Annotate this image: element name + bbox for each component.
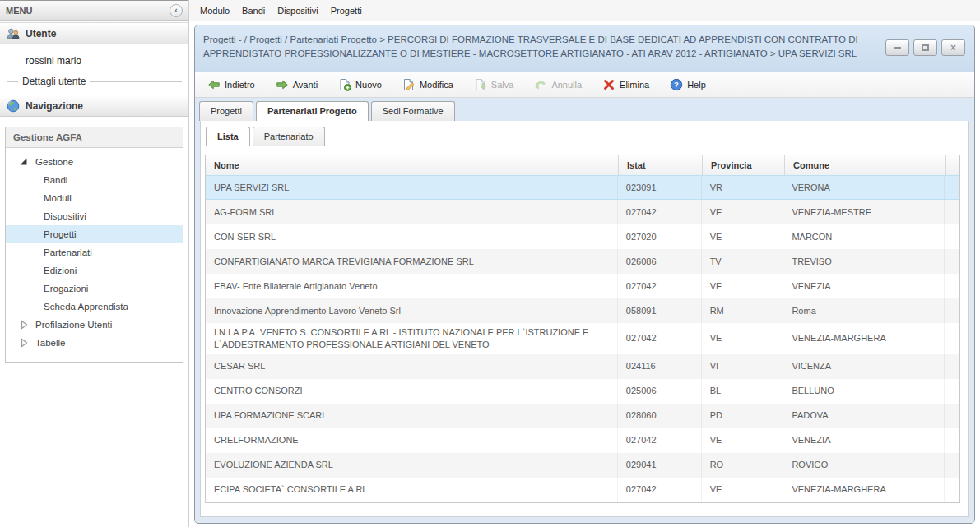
table-row[interactable]: Innovazione Apprendimento Lavoro Veneto … xyxy=(206,298,959,323)
svg-text:?: ? xyxy=(674,80,679,89)
table-row[interactable]: CESAR SRL024116VIVICENZA xyxy=(206,354,959,379)
tab-partenariati-progetto[interactable]: Partenariati Progetto xyxy=(256,101,369,121)
elimina-button[interactable]: Elimina xyxy=(597,76,657,94)
cell-nome: AG-FORM SRL xyxy=(206,200,617,224)
sidebar-menu-header: MENU ‹ xyxy=(0,0,188,21)
cell-nome: I.N.I.A.P.A. VENETO S. CONSORTILE A RL -… xyxy=(206,323,617,354)
column-header-comune[interactable]: Comune xyxy=(784,155,945,175)
cell-provincia: VE xyxy=(701,200,783,224)
column-header-provincia[interactable]: Provincia xyxy=(702,155,784,175)
table-row[interactable]: UPA SERVIZI SRL023091VRVERONA xyxy=(206,175,959,200)
window-controls: × xyxy=(885,39,965,56)
tree-item-label: Erogazioni xyxy=(44,284,88,294)
cell-comune: BELLUNO xyxy=(783,379,944,404)
close-button[interactable]: × xyxy=(941,39,965,56)
user-section-header[interactable]: Utente xyxy=(0,22,188,44)
menubar-item-modulo[interactable]: Modulo xyxy=(200,6,230,16)
modifica-button[interactable]: Modifica xyxy=(397,76,461,94)
cell-spare xyxy=(944,298,959,323)
cell-comune: Roma xyxy=(783,298,944,323)
tree-item-erogazioni[interactable]: Erogazioni xyxy=(6,280,183,298)
tree-collapsed-icon[interactable] xyxy=(17,318,30,331)
tree-item-partenariati[interactable]: Partenariati xyxy=(6,243,183,261)
cell-comune: MARCON xyxy=(783,224,944,249)
menubar-item-dispositivi[interactable]: Dispositivi xyxy=(277,6,318,16)
tree-item-bandi[interactable]: Bandi xyxy=(6,171,183,189)
cell-istat: 023091 xyxy=(617,176,701,199)
cell-provincia: TV xyxy=(701,249,783,274)
tree-item-edizioni[interactable]: Edizioni xyxy=(6,261,183,280)
navigation-panel-title: Gestione AGFA xyxy=(6,127,183,148)
tab-progetti[interactable]: Progetti xyxy=(199,101,253,121)
cell-istat: 027020 xyxy=(617,224,701,249)
cell-istat: 027042 xyxy=(617,200,701,224)
tree-collapsed-icon[interactable] xyxy=(17,336,30,349)
column-header-istat[interactable]: Istat xyxy=(618,155,702,175)
tree-item-progetti[interactable]: Progetti xyxy=(6,225,183,243)
cell-comune: PADOVA xyxy=(783,404,944,428)
table-row[interactable]: EBAV- Ente Bilaterale Artigianato Veneto… xyxy=(206,274,959,298)
cell-spare xyxy=(944,428,959,453)
nuovo-button[interactable]: Nuovo xyxy=(332,76,389,94)
cell-spare xyxy=(944,453,959,478)
tree-item-label: Moduli xyxy=(44,193,72,203)
menubar-item-bandi[interactable]: Bandi xyxy=(242,6,265,16)
table-row[interactable]: UPA FORMAZIONE SCARL028060PDPADOVA xyxy=(206,404,959,428)
tab-sedi-formative[interactable]: Sedi Formative xyxy=(371,101,455,121)
back-arrow-icon xyxy=(207,78,221,91)
subtab-lista[interactable]: Lista xyxy=(206,127,250,146)
tree-item-label: Edizioni xyxy=(44,266,77,275)
app-menubar: ModuloBandiDispositiviProgetti xyxy=(189,0,980,21)
table-row[interactable]: I.N.I.A.P.A. VENETO S. CONSORTILE A RL -… xyxy=(206,323,959,354)
user-details-divider: Dettagli utente xyxy=(7,81,182,90)
navigation-section-header[interactable]: Navigazione xyxy=(0,95,188,117)
table-row[interactable]: AG-FORM SRL027042VEVENEZIA-MESTRE xyxy=(206,200,959,224)
table-row[interactable]: CON-SER SRL027020VEMARCON xyxy=(206,224,959,249)
table-row[interactable]: CONFARTIGIANATO MARCA TREVIGIANA FORMAZI… xyxy=(206,249,959,274)
menubar-item-progetti[interactable]: Progetti xyxy=(331,6,362,16)
toolbar-button-label: Modifica xyxy=(420,80,453,90)
cell-spare xyxy=(944,379,959,404)
indietro-button[interactable]: Indietro xyxy=(202,76,262,94)
subtab-partenariato[interactable]: Partenariato xyxy=(253,127,325,146)
help-button[interactable]: ?Help xyxy=(664,76,713,94)
cell-nome: CONFARTIGIANATO MARCA TREVIGIANA FORMAZI… xyxy=(206,249,617,274)
sidebar-collapse-icon[interactable]: ‹ xyxy=(170,4,183,17)
grid-header-row: NomeIstatProvinciaComune xyxy=(206,155,959,176)
cell-comune: VICENZA xyxy=(783,354,944,379)
window-body: ListaPartenariato NomeIstatProvinciaComu… xyxy=(195,121,974,523)
tree-item-label: Partenariati xyxy=(44,247,92,257)
tree-item-label: Dispositivi xyxy=(44,211,86,221)
tree-item-tabelle[interactable]: Tabelle xyxy=(6,334,183,352)
minimize-button[interactable] xyxy=(885,39,909,56)
cell-provincia: VR xyxy=(701,176,783,199)
cell-comune: ROVIGO xyxy=(783,453,944,478)
cell-comune: TREVISO xyxy=(783,249,944,274)
table-row[interactable]: CRELFORMAZIONE027042VEVENEZIA xyxy=(206,428,959,453)
column-header-nome[interactable]: Nome xyxy=(206,155,618,175)
user-details-label: Dettagli utente xyxy=(18,76,90,87)
table-row[interactable]: ECIPA SOCIETA` CONSORTILE A RL027042VEVE… xyxy=(206,478,959,502)
avanti-button[interactable]: Avanti xyxy=(270,76,325,94)
tree-item-moduli[interactable]: Moduli xyxy=(6,189,183,207)
tree-item-dispositivi[interactable]: Dispositivi xyxy=(6,207,183,225)
tree-item-label: Tabelle xyxy=(35,338,65,348)
cell-provincia: VI xyxy=(701,354,783,379)
tree-item-scheda-apprendista[interactable]: Scheda Apprendista xyxy=(6,298,183,316)
table-row[interactable]: EVOLUZIONE AZIENDA SRL029041ROROVIGO xyxy=(206,453,959,478)
table-row[interactable]: CENTRO CONSORZI025006BLBELLUNO xyxy=(206,379,959,404)
cell-istat: 024116 xyxy=(617,354,701,379)
cell-nome: ECIPA SOCIETA` CONSORTILE A RL xyxy=(206,478,617,502)
progetti-window: Progetti - / Progetti / Partenariati Pro… xyxy=(194,25,975,524)
tree-item-gestione[interactable]: Gestione xyxy=(6,153,183,171)
tree-item-profilazione-utenti[interactable]: Profilazione Utenti xyxy=(6,316,183,334)
cell-nome: Innovazione Apprendimento Lavoro Veneto … xyxy=(206,298,617,323)
edit-pencil-icon xyxy=(402,78,416,91)
tree-item-label: Profilazione Utenti xyxy=(35,320,112,330)
cell-istat: 058091 xyxy=(617,298,701,323)
cell-comune: VENEZIA xyxy=(783,428,944,453)
content-panel: ListaPartenariato NomeIstatProvinciaComu… xyxy=(200,121,969,517)
tree-expanded-icon[interactable] xyxy=(17,155,30,169)
cell-spare xyxy=(944,478,959,502)
maximize-button[interactable] xyxy=(913,39,937,56)
